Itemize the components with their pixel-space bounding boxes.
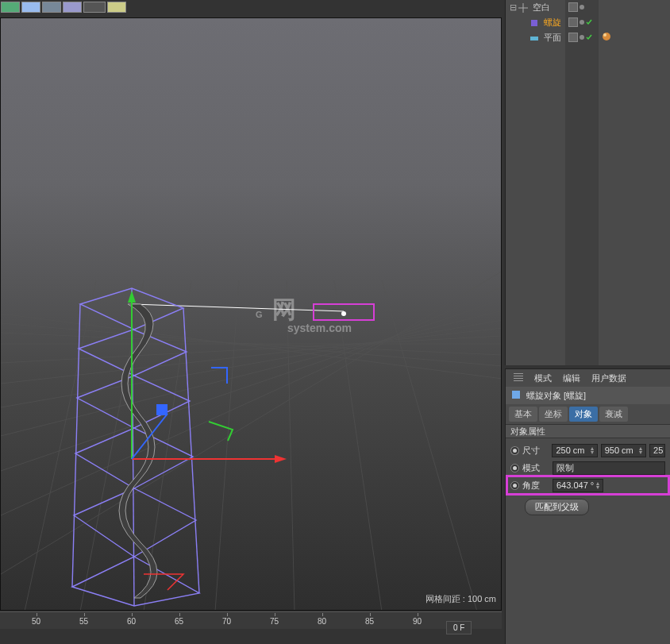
attr-row-mode: 模式 限制 [510, 459, 665, 476]
anim-key-radio[interactable] [510, 446, 519, 455]
ruler-tick: 90 [413, 617, 422, 626]
enable-check-icon[interactable] [586, 19, 592, 25]
size-label: 尺寸 [522, 445, 549, 457]
size-z-input[interactable]: 25 [649, 444, 665, 457]
svg-rect-26 [156, 404, 168, 415]
svg-line-16 [215, 280, 239, 611]
svg-point-30 [603, 33, 606, 37]
svg-line-17 [287, 280, 295, 611]
spline-icon[interactable] [1, 2, 20, 13]
object-label: 平面 [544, 32, 561, 44]
svg-line-19 [382, 280, 477, 611]
menu-userdata[interactable]: 用户数据 [591, 372, 626, 384]
grid-status: 网格间距 : 100 cm [425, 593, 496, 605]
ruler-tick: 85 [365, 617, 374, 626]
svg-marker-24 [128, 291, 136, 303]
enable-check-icon[interactable] [586, 34, 592, 40]
attr-title-row: 螺旋对象 [螺旋] [506, 387, 670, 404]
attr-row-angle: 角度 643.047 °▴▾ [507, 476, 668, 494]
tree-collapse-icon[interactable]: ⊟ [509, 2, 517, 13]
ruler-tick: 70 [222, 617, 231, 626]
mode-dropdown[interactable]: 限制 [553, 461, 665, 475]
ruler-tick: 60 [127, 617, 136, 626]
object-label: 螺旋 [544, 17, 561, 29]
attribute-manager: 模式 编辑 用户数据 螺旋对象 [螺旋] 基本 坐标 对象 衰减 对象属性 尺寸… [505, 368, 670, 644]
viewport-3d[interactable]: 网格间距 : 100 cm [0, 17, 502, 611]
anim-key-radio[interactable] [510, 464, 519, 472]
helix-object-icon [510, 389, 522, 402]
visibility-dot-icon[interactable] [580, 5, 584, 10]
anim-key-radio[interactable] [510, 481, 519, 490]
attr-body: 尺寸 250 cm▴▾ 950 cm▴▾ 25 模式 限制 角度 643.047… [506, 438, 670, 519]
visibility-dot-icon[interactable] [580, 35, 584, 40]
svg-marker-22 [275, 455, 287, 463]
layer-chip-icon[interactable] [568, 17, 578, 27]
attr-menubar: 模式 编辑 用户数据 [506, 369, 670, 387]
svg-line-9 [1, 271, 502, 574]
light-icon[interactable] [107, 2, 126, 13]
ruler-tick: 65 [175, 617, 183, 626]
cube-purple-icon [528, 17, 541, 29]
tab-basic[interactable]: 基本 [509, 407, 537, 422]
viewport-scene [1, 18, 502, 611]
visibility-column [565, 0, 599, 365]
mode-label: 模式 [522, 462, 549, 474]
null-icon [517, 2, 529, 14]
svg-line-12 [1, 314, 502, 379]
camera-icon[interactable] [83, 2, 106, 13]
phong-tag-icon[interactable] [602, 32, 611, 43]
svg-rect-27 [531, 20, 537, 26]
svg-rect-31 [512, 391, 520, 399]
tag-column [599, 0, 670, 365]
tab-falloff[interactable]: 衰减 [599, 407, 628, 422]
menu-mode[interactable]: 模式 [534, 372, 552, 384]
svg-line-8 [1, 287, 502, 515]
svg-point-29 [603, 33, 610, 40]
svg-line-13 [25, 280, 96, 611]
size-y-input[interactable]: 950 cm▴▾ [601, 444, 646, 457]
attr-tabs: 基本 坐标 对象 衰减 [506, 404, 670, 424]
attr-title: 螺旋对象 [螺旋] [526, 390, 586, 402]
angle-label: 角度 [522, 480, 549, 492]
ruler-tick: 80 [318, 617, 326, 626]
svg-line-5 [1, 320, 502, 407]
menu-edit[interactable]: 编辑 [563, 372, 580, 384]
angle-input[interactable]: 643.047 °▴▾ [553, 479, 603, 492]
top-toolbar [0, 0, 127, 14]
layer-chip-icon[interactable] [568, 2, 578, 12]
svg-rect-28 [530, 37, 538, 40]
svg-line-3 [1, 336, 502, 363]
object-label: 空白 [533, 2, 550, 13]
size-x-input[interactable]: 250 cm▴▾ [552, 444, 597, 457]
ruler-tick: 75 [270, 617, 279, 626]
timeline-ruler[interactable]: 50 55 60 65 70 75 80 85 90 [0, 611, 502, 629]
svg-line-18 [334, 280, 382, 611]
frame-indicator[interactable]: 0 F [446, 621, 472, 634]
svg-line-20 [132, 304, 344, 311]
layer-chip-icon[interactable] [568, 33, 578, 42]
attr-row-size: 尺寸 250 cm▴▾ 950 cm▴▾ 25 [510, 442, 665, 459]
visibility-dot-icon[interactable] [580, 20, 584, 25]
unknown-icon[interactable] [42, 2, 61, 13]
plane-icon [528, 32, 541, 44]
attr-menu-icon[interactable] [514, 373, 523, 383]
ruler-tick: 55 [79, 617, 88, 626]
tab-coord[interactable]: 坐标 [539, 407, 568, 422]
fit-to-parent-button[interactable]: 匹配到父级 [525, 499, 589, 515]
spinner-icon[interactable]: ▴▾ [596, 481, 599, 489]
spinner-icon[interactable]: ▴▾ [591, 446, 594, 454]
attr-section-header: 对象属性 [506, 424, 670, 438]
tab-object[interactable]: 对象 [569, 407, 598, 422]
ruler-tick: 50 [32, 617, 40, 626]
extrude-icon[interactable] [21, 2, 40, 13]
spinner-icon[interactable]: ▴▾ [639, 446, 642, 454]
unknown-icon[interactable] [63, 2, 82, 13]
